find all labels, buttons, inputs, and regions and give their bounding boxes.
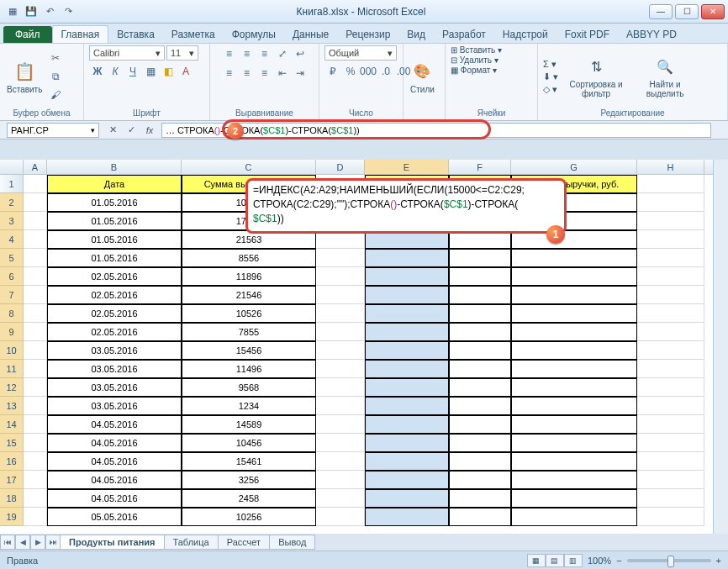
cell-B12[interactable]: 03.05.2016: [47, 378, 182, 397]
cell-C6[interactable]: 11896: [182, 267, 316, 286]
cell-D15[interactable]: [316, 434, 365, 452]
align-center-icon[interactable]: ≡: [239, 65, 256, 82]
paste-button[interactable]: 📋 Вставить: [5, 58, 44, 96]
zoom-out-button[interactable]: −: [616, 556, 621, 566]
tab-data[interactable]: Данные: [284, 26, 337, 43]
vertical-scrollbar[interactable]: [713, 160, 728, 534]
cell-G6[interactable]: [511, 267, 637, 286]
redo-icon[interactable]: ↷: [61, 4, 76, 19]
italic-button[interactable]: К: [107, 63, 124, 80]
cell-A18[interactable]: [24, 489, 47, 508]
save-icon[interactable]: 💾: [24, 4, 39, 19]
number-format-dropdown[interactable]: Общий▾: [324, 45, 397, 61]
row-header-13[interactable]: 13: [0, 397, 24, 415]
cell-B17[interactable]: 04.05.2016: [47, 471, 182, 489]
dec-inc-icon[interactable]: .0: [377, 63, 394, 80]
cell-H11[interactable]: [637, 360, 704, 378]
row-header-16[interactable]: 16: [0, 452, 24, 471]
cell-A16[interactable]: [24, 452, 47, 471]
cell-D17[interactable]: [316, 471, 365, 489]
column-headers[interactable]: ABCDEFGH: [24, 160, 713, 175]
clear-button[interactable]: ◇ ▾: [543, 84, 558, 95]
row-header-19[interactable]: 19: [0, 508, 24, 526]
cell-B5[interactable]: 01.05.2016: [47, 249, 182, 267]
cell-D18[interactable]: [316, 489, 365, 508]
cell-H17[interactable]: [637, 471, 704, 489]
align-bot-icon[interactable]: ≡: [256, 45, 273, 62]
cell-H12[interactable]: [637, 378, 704, 397]
close-button[interactable]: ✕: [701, 4, 725, 19]
fill-button[interactable]: ⬇ ▾: [543, 71, 558, 82]
cell-D7[interactable]: [316, 286, 365, 304]
view-normal-button[interactable]: ▦: [527, 554, 546, 567]
font-name-dropdown[interactable]: Calibri▾: [89, 45, 165, 61]
cell-H2[interactable]: [637, 193, 704, 212]
cell-G15[interactable]: [511, 434, 637, 452]
cell-D9[interactable]: [316, 323, 365, 341]
cell-D10[interactable]: [316, 341, 365, 360]
cell-H14[interactable]: [637, 415, 704, 434]
cell-G19[interactable]: [511, 508, 637, 526]
col-header-D[interactable]: D: [316, 160, 365, 174]
cell-C13[interactable]: 1234: [182, 397, 316, 415]
cell-B16[interactable]: 04.05.2016: [47, 452, 182, 471]
cell-E9[interactable]: [365, 323, 449, 341]
cell-C15[interactable]: 10456: [182, 434, 316, 452]
cell-H5[interactable]: [637, 249, 704, 267]
cell-D13[interactable]: [316, 397, 365, 415]
cell-G14[interactable]: [511, 415, 637, 434]
row-header-2[interactable]: 2: [0, 193, 24, 212]
cell-D11[interactable]: [316, 360, 365, 378]
cell-A17[interactable]: [24, 471, 47, 489]
col-header-H[interactable]: H: [637, 160, 704, 174]
sheet-tab[interactable]: Вывод: [269, 535, 315, 550]
cell-C8[interactable]: 10526: [182, 304, 316, 323]
align-top-icon[interactable]: ≡: [221, 45, 238, 62]
format-cells-button[interactable]: ▦ Формат ▾: [451, 66, 497, 75]
cell-B2[interactable]: 01.05.2016: [47, 193, 182, 212]
cell-H15[interactable]: [637, 434, 704, 452]
styles-button[interactable]: 🎨 Стили: [409, 58, 436, 96]
cell-C12[interactable]: 9568: [182, 378, 316, 397]
tab-foxit[interactable]: Foxit PDF: [557, 26, 618, 43]
cell-H13[interactable]: [637, 397, 704, 415]
col-header-B[interactable]: B: [47, 160, 182, 174]
cell-B8[interactable]: 02.05.2016: [47, 304, 182, 323]
cell-A9[interactable]: [24, 323, 47, 341]
cell-C7[interactable]: 21546: [182, 286, 316, 304]
view-layout-button[interactable]: ▤: [546, 554, 564, 567]
cell-H18[interactable]: [637, 489, 704, 508]
font-size-dropdown[interactable]: 11▾: [166, 45, 198, 61]
cell-D19[interactable]: [316, 508, 365, 526]
cell-H10[interactable]: [637, 341, 704, 360]
delete-cells-button[interactable]: ⊟ Удалить ▾: [451, 55, 499, 65]
view-pagebreak-button[interactable]: ▥: [564, 554, 583, 567]
orientation-icon[interactable]: ⤢: [274, 45, 291, 62]
row-header-11[interactable]: 11: [0, 360, 24, 378]
sheet-tab[interactable]: Таблица: [164, 535, 219, 550]
cell-D16[interactable]: [316, 452, 365, 471]
align-right-icon[interactable]: ≡: [256, 65, 273, 82]
maximize-button[interactable]: ☐: [675, 4, 699, 19]
cell-C10[interactable]: 15456: [182, 341, 316, 360]
tab-review[interactable]: Рецензир: [337, 26, 398, 43]
cell-C9[interactable]: 7855: [182, 323, 316, 341]
tab-abbyy[interactable]: ABBYY PD: [618, 26, 685, 43]
cell-A8[interactable]: [24, 304, 47, 323]
cell-E18[interactable]: [365, 489, 449, 508]
row-header-17[interactable]: 17: [0, 471, 24, 489]
row-header-10[interactable]: 10: [0, 341, 24, 360]
row-header-6[interactable]: 6: [0, 267, 24, 286]
cell-D8[interactable]: [316, 304, 365, 323]
percent-icon[interactable]: %: [342, 63, 359, 80]
cell-G8[interactable]: [511, 304, 637, 323]
cell-G5[interactable]: [511, 249, 637, 267]
sheet-nav-prev[interactable]: ◀: [15, 535, 30, 550]
cell-F9[interactable]: [449, 323, 511, 341]
cell-G16[interactable]: [511, 452, 637, 471]
cell-B18[interactable]: 04.05.2016: [47, 489, 182, 508]
tab-layout[interactable]: Разметка: [163, 26, 224, 43]
cell-B13[interactable]: 03.05.2016: [47, 397, 182, 415]
cell-G9[interactable]: [511, 323, 637, 341]
cell-C17[interactable]: 3256: [182, 471, 316, 489]
